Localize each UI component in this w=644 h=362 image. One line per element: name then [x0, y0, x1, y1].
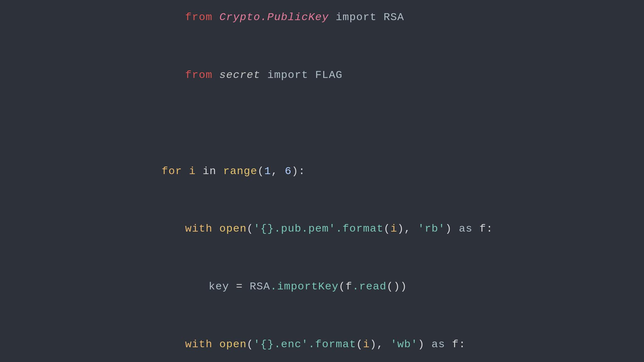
num-6: 6: [285, 165, 292, 177]
paren-13: ): [418, 338, 425, 350]
comma-3: ,: [377, 338, 391, 350]
paren-4: (: [384, 223, 391, 235]
var-f-3: f: [452, 338, 459, 350]
keyword-as-2: as: [431, 338, 445, 350]
name-flag: FLAG: [315, 69, 342, 81]
line-with1: with open('{}.pub.pem'.format(i), 'rb') …: [134, 200, 510, 258]
var-i-1: i: [189, 165, 196, 177]
line-for-loop: for i in range(1, 6):: [134, 143, 510, 200]
keyword-with-2: with: [185, 338, 219, 350]
sp-3: [445, 338, 452, 350]
keyword-from-1: from: [185, 11, 219, 23]
paren-3: (: [247, 223, 254, 235]
keyword-with-1: with: [185, 223, 219, 235]
equals-1: =: [229, 281, 250, 293]
paren-7: (: [339, 281, 346, 293]
paren-9: ): [400, 281, 407, 293]
paren-12: ): [370, 338, 377, 350]
paren-6: ): [445, 223, 452, 235]
var-i-2: i: [391, 223, 397, 235]
paren-2: ): [291, 165, 298, 177]
code-block: #!/usr/bin/env python3 from Crypto.Publi…: [109, 0, 535, 362]
line-import2: from secret import FLAG: [134, 47, 510, 104]
paren-8: (): [386, 281, 400, 293]
kw-in: in: [196, 165, 223, 177]
string-pub-pem: '{}.pub.pem': [253, 223, 336, 235]
num-1: 1: [264, 165, 271, 177]
builtin-range: range: [223, 165, 258, 177]
kw-as-1: [452, 223, 459, 235]
keyword-from-2: from: [185, 69, 219, 81]
sp-2: [425, 338, 431, 350]
var-f-1: f: [480, 223, 486, 235]
name-secret: secret: [219, 69, 261, 81]
builtin-open-1: open: [219, 223, 247, 235]
colon-2: :: [486, 223, 493, 235]
comma-1: ,: [271, 165, 285, 177]
line-key-assign: key = RSA.importKey(f.read()): [134, 258, 510, 316]
colon-1: :: [298, 165, 305, 177]
keyword-for: for: [162, 165, 189, 177]
colon-3: :: [459, 338, 466, 350]
paren-5: ): [397, 223, 404, 235]
keyword-import-2: import: [260, 69, 315, 81]
line-with2: with open('{}.enc'.format(i), 'wb') as f…: [134, 315, 510, 362]
var-key: key: [209, 281, 229, 293]
name-rsa: RSA: [384, 11, 404, 23]
blank-line-2: [134, 123, 510, 142]
dot-format-2: .format: [308, 338, 356, 350]
module-crypto: Crypto.PublicKey: [219, 11, 329, 23]
keyword-as-1: as: [459, 223, 473, 235]
comma-2: ,: [404, 223, 418, 235]
keyword-import-1: import: [329, 11, 384, 23]
string-wb: 'wb': [391, 338, 418, 350]
line-import1: from Crypto.PublicKey import RSA: [134, 0, 510, 47]
sp-1: [473, 223, 480, 235]
dot-format-1: .format: [336, 223, 384, 235]
string-enc: '{}.enc': [253, 338, 308, 350]
string-rb: 'rb': [418, 223, 445, 235]
name-rsa-2: RSA: [250, 281, 270, 293]
method-importkey: .importKey: [270, 281, 339, 293]
method-read: .read: [353, 281, 387, 293]
paren-11: (: [356, 338, 363, 350]
paren-1: (: [258, 165, 264, 177]
blank-line-1: [134, 104, 510, 123]
builtin-open-2: open: [219, 338, 247, 350]
var-i-3: i: [363, 338, 370, 350]
paren-10: (: [247, 338, 254, 350]
var-f-2: f: [346, 281, 353, 293]
